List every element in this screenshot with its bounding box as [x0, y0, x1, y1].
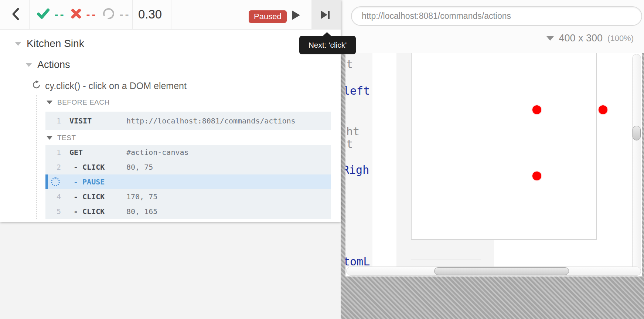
code-fragment: left	[345, 84, 370, 97]
before-each-section-header[interactable]: BEFORE EACH	[47, 98, 110, 106]
suite-actions[interactable]: Actions	[25, 59, 70, 71]
click-dot	[532, 172, 541, 180]
next-command-tooltip: Next: 'click'	[299, 36, 356, 54]
passed-stat: --	[37, 0, 65, 29]
divider-line	[411, 259, 481, 259]
command-number: 1	[49, 116, 61, 125]
test-title: cy.click() - click on a DOM element	[45, 81, 187, 91]
command-method: - PAUSE	[74, 177, 105, 186]
command-message: 80, 165	[126, 207, 157, 216]
toolbar-divider	[29, 0, 30, 29]
command-method: - CLICK	[74, 163, 105, 172]
command-number: 5	[49, 207, 61, 216]
reporter-panel: -- -- -- 0.30 Paused	[0, 0, 341, 319]
command-method: - CLICK	[74, 207, 105, 216]
code-block-background	[396, 53, 411, 240]
command-number: 1	[49, 148, 61, 157]
failed-stat: --	[71, 0, 96, 29]
code-fragment: ht	[346, 125, 360, 138]
command-message: #action-canvas	[126, 148, 189, 157]
caret-down-icon	[25, 63, 32, 67]
action-canvas[interactable]	[411, 53, 597, 240]
command-row-get[interactable]: 1 GET #action-canvas	[45, 145, 331, 160]
preview-header: http://localhost:8081/commands/actions 4…	[341, 0, 644, 53]
step-forward-icon	[321, 11, 331, 19]
tooltip-label: Next: 'click'	[309, 41, 347, 50]
pending-count: --	[119, 9, 130, 20]
paused-status-badge: Paused	[249, 10, 287, 23]
hook-indent-line	[36, 95, 37, 219]
pending-circle-icon	[103, 8, 115, 21]
failed-count: --	[85, 9, 96, 20]
code-fragment: t	[346, 58, 353, 71]
spinner-icon	[51, 177, 60, 186]
passed-count: --	[54, 9, 65, 20]
suite-title: Kitchen Sink	[27, 38, 84, 50]
caret-down-icon	[546, 36, 554, 41]
command-row-visit[interactable]: 1 VISIT http://localhost:8081/commands/a…	[45, 112, 331, 130]
caret-down-icon	[47, 101, 52, 104]
horizontal-scrollbar-thumb[interactable]	[434, 267, 569, 275]
code-fragment: Righ	[345, 163, 369, 176]
command-row-click[interactable]: 4 - CLICK 170, 75	[45, 189, 331, 204]
click-dot	[599, 105, 607, 114]
test-section-header[interactable]: TEST	[47, 134, 76, 142]
vertical-scrollbar-track[interactable]	[632, 54, 641, 276]
viewport-selector[interactable]: 400 x 300 (100%)	[546, 33, 634, 44]
vertical-scrollbar-thumb[interactable]	[633, 126, 641, 140]
test-cy-click[interactable]: cy.click() - click on a DOM element	[32, 80, 187, 92]
caret-down-icon	[15, 42, 21, 46]
x-icon	[71, 9, 81, 20]
code-block-background	[396, 240, 494, 267]
pending-stat: --	[103, 0, 130, 29]
suite-title: Actions	[37, 59, 70, 71]
suite-kitchen-sink[interactable]: Kitchen Sink	[15, 38, 84, 50]
toolbar-divider	[132, 0, 133, 29]
code-fragment: tomL	[345, 255, 370, 268]
hook-name: TEST	[57, 134, 76, 142]
command-row-pause-active[interactable]: - PAUSE	[45, 174, 331, 189]
back-button[interactable]	[7, 7, 24, 23]
code-fragment: t	[346, 138, 353, 150]
command-method: VISIT	[69, 116, 92, 125]
test-duration: 0.30	[138, 0, 162, 29]
viewport-scale: (100%)	[607, 34, 634, 43]
command-row-click[interactable]: 2 - CLICK 80, 75	[45, 160, 331, 174]
command-message: 80, 75	[126, 163, 153, 172]
command-message: http://localhost:8081/commands/actions	[126, 116, 296, 125]
command-message: 170, 75	[126, 192, 157, 201]
command-method: GET	[69, 148, 83, 157]
command-number: 2	[49, 163, 61, 172]
step-next-button[interactable]	[311, 0, 341, 30]
viewport-size: 400 x 300	[559, 33, 603, 44]
resume-button[interactable]	[291, 10, 301, 20]
check-icon	[37, 8, 50, 21]
url-text: http://localhost:8081/commands/actions	[362, 11, 511, 21]
command-method: - CLICK	[74, 192, 105, 201]
app-iframe: t left ht t Righ tomL	[345, 53, 642, 276]
refresh-icon	[32, 80, 41, 92]
app-preview-panel: http://localhost:8081/commands/actions 4…	[341, 0, 644, 319]
chevron-left-icon	[11, 7, 20, 22]
reporter-toolbar: -- -- -- 0.30 Paused	[0, 0, 341, 30]
hook-name: BEFORE EACH	[57, 98, 110, 106]
command-row-click[interactable]: 5 - CLICK 80, 165	[45, 204, 331, 219]
command-log-card: -- -- -- 0.30 Paused	[0, 0, 341, 222]
click-dot	[532, 105, 541, 114]
command-number: 4	[49, 192, 61, 201]
cypress-test-runner: -- -- -- 0.30 Paused	[0, 0, 644, 319]
toolbar-divider	[171, 0, 171, 29]
url-bar[interactable]: http://localhost:8081/commands/actions	[351, 6, 642, 26]
caret-down-icon	[47, 136, 52, 140]
